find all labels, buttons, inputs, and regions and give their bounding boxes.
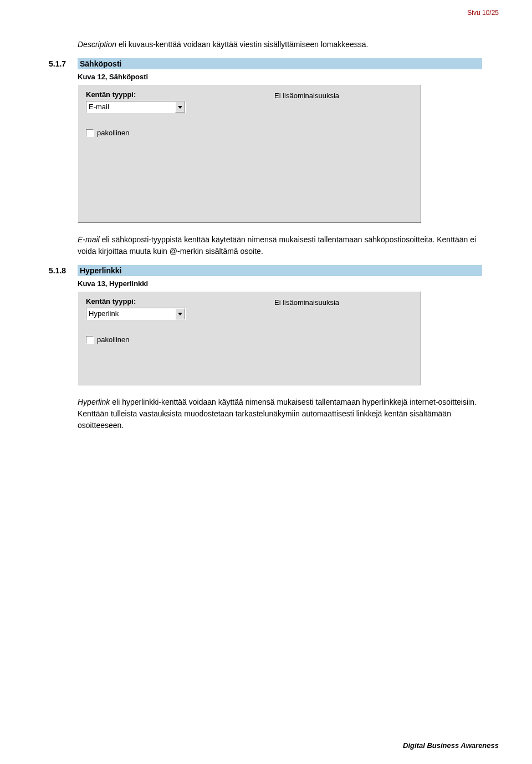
intro-paragraph: Description eli kuvaus-kenttää voidaan k…	[78, 39, 482, 50]
section-title: Sähköposti	[78, 58, 482, 69]
no-extra-features-text: Ei lisäominaisuuksia	[274, 91, 413, 100]
field-type-label: Kentän tyyppi:	[86, 90, 224, 99]
intro-italic: Description	[78, 40, 116, 49]
select-value: Hyperlink	[86, 308, 175, 319]
field-type-select[interactable]: Hyperlink	[86, 308, 186, 320]
intro-rest: eli kuvaus-kenttää voidaan käyttää viest…	[116, 40, 368, 49]
page-number: Sivu 10/25	[467, 9, 499, 17]
section-heading-row: 5.1.7 Sähköposti	[49, 58, 482, 69]
form-panel-hyperlink: Kentän tyyppi: Hyperlink pakollinen Ei l…	[78, 291, 421, 385]
chevron-down-icon	[178, 313, 182, 315]
section-number: 5.1.7	[49, 58, 78, 69]
required-checkbox[interactable]	[86, 129, 94, 137]
section-title: Hyperlinkki	[78, 265, 482, 276]
para-rest: eli hyperlinkki-kenttää voidaan käyttää …	[78, 398, 477, 430]
footer-text: Digital Business Awareness	[403, 741, 499, 750]
select-dropdown-button[interactable]	[175, 101, 185, 113]
required-checkbox-label: pakollinen	[97, 129, 130, 137]
figure-caption: Kuva 12, Sähköposti	[78, 73, 482, 81]
section-number: 5.1.8	[49, 265, 78, 276]
para-rest: eli sähköposti-tyyppistä kenttää käytetä…	[78, 235, 476, 256]
chevron-down-icon	[178, 106, 182, 109]
form-panel-email: Kentän tyyppi: E-mail pakollinen Ei lisä…	[78, 84, 421, 223]
required-checkbox-label: pakollinen	[97, 335, 130, 344]
no-extra-features-text: Ei lisäominaisuuksia	[274, 298, 413, 307]
page-content: Description eli kuvaus-kenttää voidaan k…	[0, 0, 532, 431]
section-heading-row: 5.1.8 Hyperlinkki	[49, 265, 482, 276]
section-paragraph: E-mail eli sähköposti-tyyppistä kenttää …	[78, 234, 482, 257]
required-checkbox-row: pakollinen	[86, 129, 224, 137]
figure-caption: Kuva 13, Hyperlinkki	[78, 279, 482, 288]
select-dropdown-button[interactable]	[175, 308, 185, 319]
required-checkbox[interactable]	[86, 336, 94, 344]
section-paragraph: Hyperlink eli hyperlinkki-kenttää voidaa…	[78, 396, 482, 431]
para-italic: E-mail	[78, 235, 100, 244]
para-italic: Hyperlink	[78, 398, 110, 406]
required-checkbox-row: pakollinen	[86, 335, 224, 344]
field-type-label: Kentän tyyppi:	[86, 297, 224, 305]
field-type-select[interactable]: E-mail	[86, 101, 186, 113]
select-value: E-mail	[86, 101, 175, 113]
